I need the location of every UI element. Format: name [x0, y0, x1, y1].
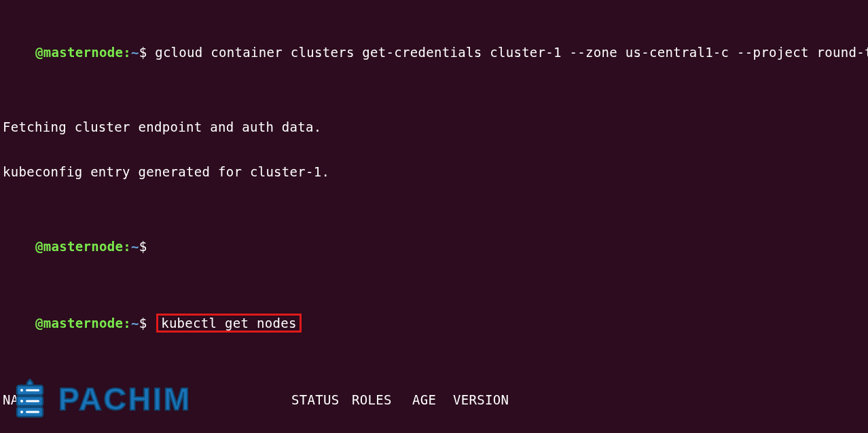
kubectl-command: kubectl get nodes: [161, 316, 297, 331]
svg-rect-5: [26, 390, 39, 392]
pachim-logo: PACHIM: [8, 377, 192, 421]
prompt-line-gcloud: @masternode:~$ gcloud container clusters…: [3, 45, 865, 60]
th-version: VERSION: [453, 392, 509, 407]
kubectl-highlight-box: kubectl get nodes: [156, 314, 302, 333]
output-line-2: kubeconfig entry generated for cluster-1…: [3, 164, 865, 179]
th-age: AGE: [412, 392, 453, 407]
gcloud-command: gcloud container clusters get-credential…: [155, 45, 868, 60]
prompt-line-empty: @masternode:~$: [3, 239, 865, 254]
prompt-path: ~: [131, 45, 139, 60]
svg-rect-7: [26, 400, 39, 402]
svg-point-8: [20, 411, 23, 413]
prompt-host: @masternode: [35, 45, 123, 60]
prompt-sep: :: [123, 45, 131, 60]
pachim-logo-icon: [8, 377, 52, 421]
th-roles: ROLES: [352, 392, 412, 407]
prompt-line-kubectl: @masternode:~$ kubectl get nodes: [3, 314, 865, 333]
svg-point-4: [20, 389, 23, 392]
th-status: STATUS: [291, 392, 352, 407]
svg-rect-9: [26, 411, 39, 413]
svg-marker-0: [27, 379, 33, 385]
pachim-logo-text: PACHIM: [58, 392, 192, 407]
prompt-dollar: $: [139, 45, 147, 60]
svg-point-6: [20, 400, 23, 402]
terminal[interactable]: @masternode:~$ gcloud container clusters…: [0, 0, 868, 433]
output-line-1: Fetching cluster endpoint and auth data.: [3, 119, 865, 134]
